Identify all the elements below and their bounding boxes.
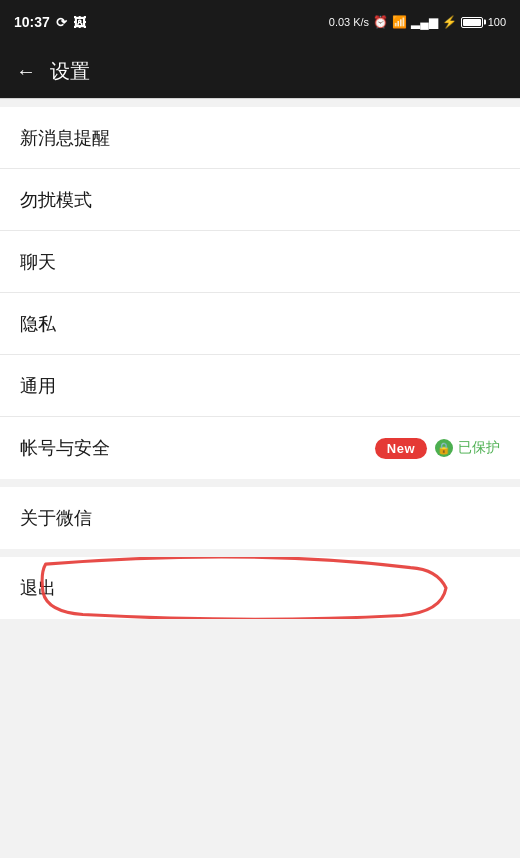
alarm-icon: ⏰ [373,15,388,29]
status-icons: 0.03 K/s ⏰ 📶 ▂▄▆ ⚡ 100 [329,15,506,29]
settings-item-do-not-disturb[interactable]: 勿扰模式 [0,169,520,231]
page-title: 设置 [50,58,90,85]
network-speed: 0.03 K/s [329,16,369,28]
header-divider [0,98,520,99]
protected-label: 已保护 [458,439,500,457]
lock-icon: 🔒 [435,439,453,457]
image-icon: 🖼 [73,15,86,30]
settings-item-account-security[interactable]: 帐号与安全 New 🔒 已保护 [0,417,520,479]
status-bar: 10:37 ⟳ 🖼 0.03 K/s ⏰ 📶 ▂▄▆ ⚡ 100 [0,0,520,44]
wifi-icon: 📶 [392,15,407,29]
status-time: 10:37 ⟳ 🖼 [14,14,86,30]
new-badge: New [375,438,427,459]
settings-item-about-wechat[interactable]: 关于微信 [0,487,520,549]
settings-group-logout: 退出 [0,557,520,619]
account-security-right: New 🔒 已保护 [375,438,500,459]
item-label-account: 帐号与安全 [20,436,375,460]
settings-item-new-message-reminder[interactable]: 新消息提醒 [0,107,520,169]
app-header: ← 设置 [0,44,520,98]
item-label-chat: 聊天 [20,250,500,274]
settings-item-logout[interactable]: 退出 [0,557,520,619]
settings-group-main: 新消息提醒 勿扰模式 聊天 隐私 通用 帐号与安全 New 🔒 已保护 [0,107,520,479]
settings-item-privacy[interactable]: 隐私 [0,293,520,355]
signal-icon: ▂▄▆ [411,15,438,29]
bolt-icon: ⚡ [442,15,457,29]
protected-status: 🔒 已保护 [435,439,500,457]
back-button[interactable]: ← [16,60,36,83]
item-label-privacy: 隐私 [20,312,500,336]
back-arrow-icon: ← [16,60,36,83]
settings-item-general[interactable]: 通用 [0,355,520,417]
settings-item-chat[interactable]: 聊天 [0,231,520,293]
rotation-icon: ⟳ [56,15,67,30]
item-label-dnd: 勿扰模式 [20,188,500,212]
battery: 100 [461,16,506,28]
item-label-about: 关于微信 [20,506,92,530]
item-label-logout: 退出 [20,576,56,600]
item-label-new-message: 新消息提醒 [20,126,500,150]
settings-group-about: 关于微信 [0,487,520,549]
item-label-general: 通用 [20,374,500,398]
